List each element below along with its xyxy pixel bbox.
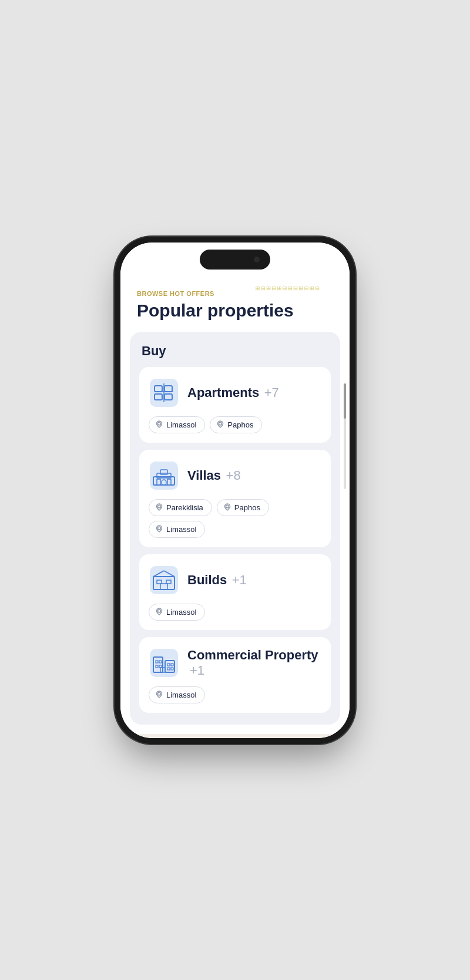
buy-apartments-locations: Limassol Paphos	[149, 416, 321, 433]
deco-pattern: ⊞⊟⊞⊟⊞⊟⊞⊟⊞⊟⊞⊟	[256, 278, 350, 295]
location-limassol-3[interactable]: Limassol	[149, 604, 205, 621]
card-buy-apartments-header: Apartments +7	[149, 378, 321, 408]
location-limassol-4[interactable]: Limassol	[149, 686, 205, 703]
card-buy-builds-title: Builds +1	[187, 572, 247, 588]
commercial-buy-icon	[149, 648, 179, 678]
card-buy-villas-header: Villas +8	[149, 460, 321, 491]
pin-icon	[155, 525, 163, 533]
scroll-thumb	[344, 383, 346, 419]
location-paphos-1[interactable]: Paphos	[210, 416, 262, 433]
location-paphos-2[interactable]: Paphos	[217, 499, 269, 516]
svg-point-18	[226, 505, 229, 508]
card-buy-villas-title: Villas +8	[187, 468, 241, 483]
card-buy-commercial-title: Commercial Property +1	[187, 648, 321, 678]
svg-point-9	[219, 422, 222, 425]
phone-screen[interactable]: ⊞⊟⊞⊟⊞⊟⊞⊟⊞⊟⊞⊟ BROWSE HOT OFFERS Popular p…	[120, 243, 350, 738]
apartments-buy-icon	[149, 378, 179, 408]
buy-commercial-locations: Limassol	[149, 686, 321, 703]
buy-builds-locations: Limassol	[149, 604, 321, 621]
card-buy-apartments[interactable]: Apartments +7 Limassol	[139, 367, 331, 443]
svg-point-40	[158, 692, 161, 695]
pin-icon	[155, 608, 163, 616]
pin-icon	[223, 503, 231, 511]
pin-icon	[155, 420, 163, 429]
scroll-track	[344, 383, 346, 489]
card-buy-builds-header: Builds +1	[149, 565, 321, 595]
pin-icon	[216, 420, 224, 429]
page-title: Popular properties	[137, 301, 333, 320]
phone-notch	[200, 250, 270, 270]
svg-point-8	[158, 422, 161, 425]
phone-frame: ⊞⊟⊞⊟⊞⊟⊞⊟⊞⊟⊞⊟ BROWSE HOT OFFERS Popular p…	[120, 243, 350, 738]
section-buy-title: Buy	[139, 343, 331, 359]
svg-text:⊞⊟⊞⊟⊞⊟⊞⊟⊞⊟⊞⊟: ⊞⊟⊞⊟⊞⊟⊞⊟⊞⊟⊞⊟	[256, 284, 321, 292]
card-buy-villas[interactable]: Villas +8 Parekklisia	[139, 450, 331, 547]
buy-villas-locations: Parekklisia Paphos	[149, 499, 321, 538]
svg-point-19	[158, 527, 161, 530]
location-limassol-1[interactable]: Limassol	[149, 416, 205, 433]
svg-point-27	[158, 609, 161, 612]
section-buy: Buy	[130, 332, 340, 725]
card-buy-commercial[interactable]: Commercial Property +1 Limassol	[139, 637, 331, 713]
pin-icon	[155, 691, 163, 699]
location-parekklisia[interactable]: Parekklisia	[149, 499, 212, 516]
card-buy-commercial-header: Commercial Property +1	[149, 648, 321, 678]
card-buy-apartments-title: Apartments +7	[187, 385, 279, 400]
card-buy-builds[interactable]: Builds +1 Limassol	[139, 554, 331, 630]
location-limassol-2[interactable]: Limassol	[149, 521, 205, 538]
svg-point-17	[158, 505, 161, 508]
builds-buy-icon	[149, 565, 179, 595]
section-rent: Rent	[130, 734, 340, 738]
villas-buy-icon	[149, 460, 179, 491]
pin-icon	[155, 503, 163, 511]
